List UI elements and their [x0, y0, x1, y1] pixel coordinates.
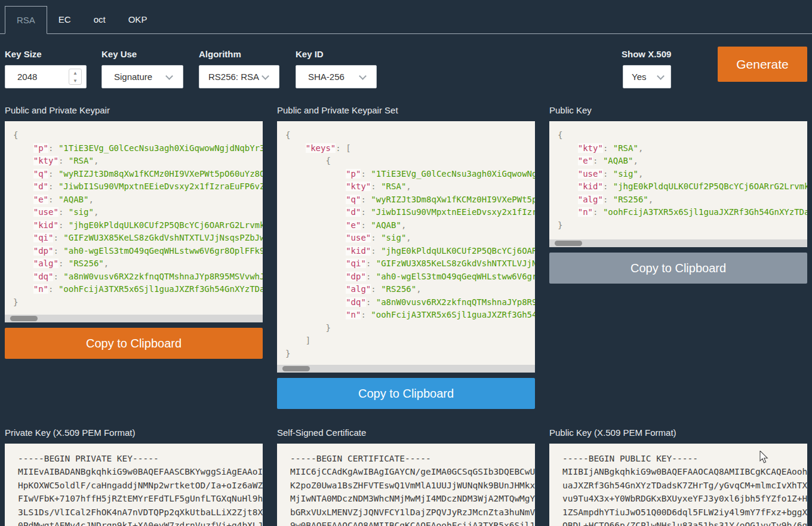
json-line: "d": "JiwbI1Su90VMpxtnEEieDvsxy2x1fIzraE…: [13, 180, 263, 193]
json-line: "kty": "RSA",: [558, 142, 807, 155]
json-line: "n": "oohFcijA3TXR5x6Sjl1guaJXZRf3Gh54Gn…: [285, 309, 535, 322]
json-line: "keys": [: [285, 142, 535, 155]
horizontal-scrollbar[interactable]: [277, 365, 535, 373]
algorithm-select[interactable]: RS256: RSA: [199, 65, 279, 88]
json-line: {: [13, 129, 263, 142]
pem-line: QBDL+HCTQ66p/ZCPlwNHslu83a51bs31Y/oOG1yy…: [562, 519, 807, 526]
pem-line: MIIBIjANBgkqhkiG9w0BAQEFAAOCAQ8AMIIBCgKC…: [562, 465, 807, 478]
self-signed-certificate-text: -----BEGIN CERTIFICATE-----MIIC6jCCAdKgA…: [277, 444, 535, 526]
pem-line: MjIwNTA0MDczNDM3WhcNMjMwMjI4MDczNDM3WjA2…: [290, 492, 535, 505]
json-line: "use": "sig",: [558, 168, 807, 181]
pem-line: 0PdMwgtAEMv4cJNDrqn9kI+XA0eyW7zdrnVuzfVj…: [18, 519, 263, 526]
algorithm-value: RS256: RSA: [208, 66, 259, 88]
public-private-keypair-set-json: { "keys": [ { "p": "1TiE3EVg_G0lCecNsu3a…: [277, 121, 535, 360]
json-line: "q": "wyRIZJt3Dm8qXw1fKCMz0HI9VXePWt5pO6…: [13, 168, 263, 181]
pem-line: -----BEGIN CERTIFICATE-----: [290, 452, 535, 465]
json-line: ]: [285, 334, 535, 347]
generate-button[interactable]: Generate: [718, 47, 807, 82]
json-line: "kid": "jhgE0kPldqULK0CUf2P5QBcYCj6OARrG…: [285, 245, 535, 258]
key-id-select[interactable]: SHA-256: [296, 65, 377, 88]
json-line: "alg": "RS256",: [285, 283, 535, 296]
scrollbar-thumb[interactable]: [555, 241, 582, 246]
horizontal-scrollbar[interactable]: [549, 239, 807, 247]
tab-ec[interactable]: EC: [47, 6, 82, 34]
json-line: "e": "AQAB",: [558, 155, 807, 168]
show-x509-value: Yes: [632, 66, 646, 88]
json-line: "n": "oohFcijA3TXR5x6Sjl1guaJXZRf3Gh54Gn…: [13, 283, 263, 296]
chevron-down-icon: [262, 72, 269, 80]
pem-line: 9w0BAQEFAAOCAQ8AMIIBCgKCAQEAoohFcijA3TXR…: [290, 519, 535, 526]
public-private-keypair-set-copy-button[interactable]: Copy to Clipboard: [277, 378, 535, 409]
tab-okp[interactable]: OKP: [117, 6, 159, 34]
json-line: "qi": "GIFzWU3X85KeLS8zGkdVshNTXTLVJjNsq…: [13, 232, 263, 245]
pem-line: HpKOXWC5oldlF/caHngaddjNMNp2wrtketOD/Ia+…: [18, 479, 263, 492]
chevron-down-icon: [165, 72, 173, 80]
private-key-pem-panel: Private Key (X.509 PEM Format)-----BEGIN…: [5, 428, 263, 526]
public-key-json: { "kty": "RSA", "e": "AQAB", "use": "sig…: [549, 121, 807, 232]
mouse-cursor: [759, 451, 770, 464]
json-line: "kty": "RSA",: [13, 155, 263, 168]
json-line: "e": "AQAB",: [285, 219, 535, 232]
pem-line: MIIC6jCCAdKgAwIBAgIGAYCN/geIMA0GCSqGSIb3…: [290, 465, 535, 478]
pem-line: uaJXZRf3Gh54GnXYzTDadsK7ZHrTg/yGvqCM+mlm…: [562, 479, 807, 492]
json-line: "dp": "ah0-wgElS3tmO49qGeqWHLstww6V6gr8O…: [285, 270, 535, 284]
key-size-label: Key Size: [5, 49, 42, 59]
self-signed-certificate-panel: Self-Signed Certificate-----BEGIN CERTIF…: [277, 428, 535, 526]
key-use-value: Signature: [114, 66, 152, 88]
self-signed-certificate-title: Self-Signed Certificate: [277, 428, 535, 438]
tab-oct[interactable]: oct: [82, 6, 117, 34]
key-id-label: Key ID: [296, 49, 324, 59]
key-id-value: SHA-256: [308, 66, 345, 88]
public-private-keypair-set-panel: Public and Private Keypair Set{ "keys": …: [277, 106, 535, 409]
json-line: "p": "1TiE3EVg_G0lCecNsu3agh0XiGqwowNgjd…: [285, 168, 535, 181]
pem-line: -----BEGIN PRIVATE KEY-----: [18, 452, 263, 465]
public-key-title: Public Key: [549, 106, 807, 115]
key-size-value: 2048: [17, 66, 37, 88]
algorithm-label: Algorithm: [199, 49, 241, 59]
chevron-down-icon: [359, 72, 367, 80]
public-key-panel: Public Key{ "kty": "RSA", "e": "AQAB", "…: [549, 106, 807, 284]
key-type-tab-bar: RSAECoctOKP: [0, 0, 812, 34]
json-line: "dp": "ah0-wgElS3tmO49qGeqWHLstww6V6gr8O…: [13, 245, 263, 258]
json-line: "use": "sig",: [13, 206, 263, 219]
pem-line: 1ZSAmpdhYTiuJwO51Q00D6dql5FLW2iy4l9mY7fF…: [562, 506, 807, 519]
private-key-pem-title: Private Key (X.509 PEM Format): [5, 428, 263, 438]
jwk-generator-app: RSAECoctOKP Key Size 2048 ▲▼ Key Use Sig…: [0, 0, 812, 526]
json-line: {: [285, 129, 535, 142]
json-line: "alg": "RS256",: [13, 257, 263, 270]
public-private-keypair-copy-button[interactable]: Copy to Clipboard: [5, 328, 263, 359]
self-signed-certificate-box: -----BEGIN CERTIFICATE-----MIIC6jCCAdKgA…: [277, 444, 535, 526]
json-line: "kid": "jhgE0kPldqULK0CUf2P5QBcYCj6OARrG…: [558, 180, 807, 193]
public-private-keypair-panel: Public and Private Keypair{ "p": "1TiE3E…: [5, 106, 263, 359]
pem-line: K2poZ0Uwa1BsZHFVTEswQ1VmMlA1UUJjWUNqNk9B…: [290, 479, 535, 492]
pem-line: -----BEGIN PUBLIC KEY-----: [562, 452, 807, 465]
key-use-label: Key Use: [102, 49, 137, 59]
pem-line: 3LS1Ds/VlICal2FhOK4nA7nVDTQPp2qXkUtbaLLi…: [18, 506, 263, 519]
json-line: {: [558, 129, 807, 142]
private-key-pem-box: -----BEGIN PRIVATE KEY-----MIIEvAIBADANB…: [5, 444, 263, 526]
scrollbar-thumb[interactable]: [282, 366, 310, 371]
key-size-input[interactable]: 2048 ▲▼: [5, 65, 87, 88]
json-line: "kid": "jhgE0kPldqULK0CUf2P5QBcYCj6OARrG…: [13, 219, 263, 232]
json-line: "p": "1TiE3EVg_G0lCecNsu3agh0XiGqwowNgjd…: [13, 142, 263, 155]
json-line: "e": "AQAB",: [13, 193, 263, 207]
number-stepper-icon[interactable]: ▲▼: [69, 69, 82, 85]
key-use-select[interactable]: Signature: [102, 65, 183, 88]
public-key-pem-title: Public Key (X.509 PEM Format): [549, 428, 807, 438]
tab-rsa[interactable]: RSA: [5, 6, 47, 34]
pem-line: vu9Tu4X3x+Y0WbRDGKxBXUyxeYFJ3y0xl6jbh5fY…: [562, 492, 807, 505]
json-line: "dq": "a8nW0vusv6RX2zkfnqQTMshnaJYp8R95M…: [285, 296, 535, 309]
scrollbar-thumb[interactable]: [10, 316, 38, 321]
public-private-keypair-json: { "p": "1TiE3EVg_G0lCecNsu3agh0XiGqwowNg…: [5, 121, 263, 309]
horizontal-scrollbar[interactable]: [5, 315, 263, 322]
json-line: "alg": "RS256",: [558, 193, 807, 207]
json-line: "qi": "GIFzWU3X85KeLS8zGkdVshNTXTLVJjNsq…: [285, 257, 535, 270]
json-line: "dq": "a8nW0vusv6RX2zkfnqQTMshnaJYp8R95M…: [13, 270, 263, 284]
public-private-keypair-code-box: { "p": "1TiE3EVg_G0lCecNsu3agh0XiGqwowNg…: [5, 121, 263, 322]
public-private-keypair-set-title: Public and Private Keypair Set: [277, 106, 535, 115]
pem-line: MIIEvAIBADANBgkqhkiG9w0BAQEFAASCBKYwggSi…: [18, 465, 263, 478]
public-key-copy-button[interactable]: Copy to Clipboard: [549, 253, 807, 284]
json-line: "q": "wyRIZJt3Dm8qXw1fKCMz0HI9VXePWt5pO6…: [285, 193, 535, 207]
show-x509-select[interactable]: Yes: [623, 65, 671, 88]
json-line: }: [13, 296, 263, 309]
